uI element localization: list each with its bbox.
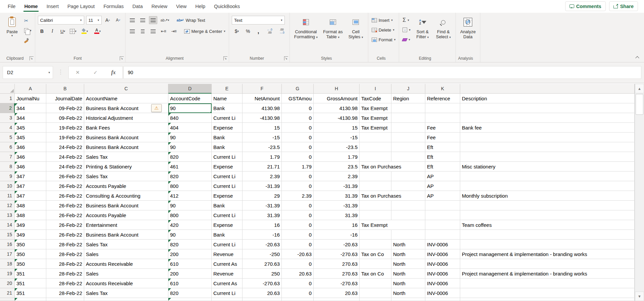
row-header-partial[interactable] [0,298,15,301]
cell-C19[interactable]: Sales [84,269,168,279]
cell-F15[interactable]: -16 [243,230,282,240]
cell-B18[interactable]: 28-Feb-22 [46,259,84,269]
cell-L[interactable] [460,298,635,301]
cell-G15[interactable]: 0 [282,230,314,240]
cell-H21[interactable]: 20.63 [314,288,360,298]
cell-D18[interactable]: 610 [168,259,212,269]
fill-color-button[interactable]: ▾ [79,27,90,35]
row-header-15[interactable]: 15 [0,230,15,240]
insert-function-button[interactable]: fx [111,69,115,76]
cell-L15[interactable] [460,230,635,240]
cell-B7[interactable]: 24-Feb-22 [46,152,84,162]
cell-E16[interactable]: Current Li [212,240,243,249]
paste-dropdown-chevron[interactable]: ▾ [11,34,13,37]
cell-A15[interactable]: 349 [15,230,46,240]
col-header-f[interactable]: F [243,84,282,94]
cell-B5[interactable]: 19-Feb-22 [46,133,84,142]
cell-J4[interactable] [391,123,425,133]
insert-cells-button[interactable]: Insert▾ [371,16,396,24]
cell-F16[interactable]: -20.63 [243,240,282,249]
cell-E18[interactable]: Current As [212,259,243,269]
row-header-16[interactable]: 16 [0,240,15,249]
cell-L11[interactable]: Monthly subscription [460,191,635,201]
cell-D14[interactable]: 420 [168,220,212,230]
cell-H2[interactable]: 4130.98 [314,103,360,113]
cell-E6[interactable]: Bank [212,142,243,152]
cell-D8[interactable]: 461 [168,162,212,171]
col-header-e[interactable]: E [212,84,243,94]
cell-C5[interactable]: Business Bank Account [84,133,168,142]
cut-button[interactable]: ✂ [23,17,32,25]
cell-E17[interactable]: Revenue [212,249,243,259]
cell-K6[interactable]: Eft [425,142,460,152]
cell-C14[interactable]: Entertainment [84,220,168,230]
cell-K19[interactable]: INV-0006 [425,269,460,279]
cell-E[interactable] [212,298,243,301]
cell-D2[interactable]: 90 [168,103,212,113]
cell-A4[interactable]: 345 [15,123,46,133]
number-format-select[interactable]: Text▾ [232,16,285,24]
vertical-scrollbar[interactable]: ▲ ▼ [635,84,644,301]
cell-J1[interactable]: Region [391,94,425,103]
cell-G[interactable] [282,298,314,301]
cell-L17[interactable]: Project management & implementation - br… [460,249,635,259]
cell-F6[interactable]: -23.5 [243,142,282,152]
cell-F14[interactable]: 16 [243,220,282,230]
cell-B15[interactable]: 26-Feb-22 [46,230,84,240]
cell-D21[interactable]: 820 [168,288,212,298]
cell-G16[interactable]: 0 [282,240,314,249]
cell-G12[interactable]: 0 [282,201,314,210]
cell-C8[interactable]: Printing & Stationery [84,162,168,171]
cell-G18[interactable]: 0 [282,259,314,269]
cell-C9[interactable]: Sales Tax [84,171,168,181]
wrap-text-button[interactable]: ab↵ Wrap Text [176,16,206,24]
tab-formulas[interactable]: Formulas [99,0,128,13]
cell-K14[interactable] [425,220,460,230]
cell-L14[interactable]: Team coffees [460,220,635,230]
cell-C12[interactable]: Business Bank Account [84,201,168,210]
cell-G4[interactable]: 0 [282,123,314,133]
tab-insert[interactable]: Insert [42,0,63,13]
alignment-dialog-launcher[interactable]: ↘ [223,56,227,60]
cell-A21[interactable]: 351 [15,288,46,298]
cell-F17[interactable]: -250 [243,249,282,259]
collapse-ribbon-button[interactable] [635,55,639,59]
cell-I16[interactable] [360,240,391,249]
tab-page-layout[interactable]: Page Layout [63,0,99,13]
cell-styles-button[interactable]: Cell Styles ▾ [346,15,365,40]
cell-D5[interactable]: 90 [168,133,212,142]
scrollbar-thumb[interactable] [636,94,643,115]
cell-G19[interactable]: 20.63 [282,269,314,279]
cell-F2[interactable]: 4130.98 [243,103,282,113]
cell-J17[interactable]: North [391,249,425,259]
cell-B1[interactable]: JournalDate [46,94,84,103]
underline-button[interactable]: U▾ [59,27,67,35]
row-header-7[interactable]: 7 [0,152,15,162]
cell-J15[interactable] [391,230,425,240]
cell-A20[interactable]: 351 [15,279,46,288]
cell-E19[interactable]: Revenue [212,269,243,279]
col-header-a[interactable]: A [15,84,46,94]
cell-E13[interactable]: Current Li [212,210,243,220]
sort-filter-button[interactable]: AZ Sort & Filter ▾ [413,15,432,40]
top-align-button[interactable] [128,16,137,24]
cell-K12[interactable] [425,201,460,210]
increase-decimal-button[interactable]: ←.0.00 [265,27,275,35]
row-header-18[interactable]: 18 [0,259,15,269]
cell-D20[interactable]: 610 [168,279,212,288]
cell-L13[interactable] [460,210,635,220]
cell-I5[interactable] [360,133,391,142]
decrease-indent-button[interactable]: ⇤≡ [159,27,168,35]
cell-E4[interactable]: Expense [212,123,243,133]
cell-C10[interactable]: Accounts Payable [84,181,168,191]
cell-D12[interactable]: 90 [168,201,212,210]
cell-G9[interactable]: 0 [282,171,314,181]
cell-A10[interactable]: 347 [15,181,46,191]
cell-G6[interactable]: 0 [282,142,314,152]
cell-H8[interactable]: 23.5 [314,162,360,171]
bold-button[interactable]: B [38,27,46,35]
scroll-up-arrow[interactable]: ▲ [635,84,644,93]
cell-B19[interactable]: 28-Feb-22 [46,269,84,279]
share-button[interactable]: Share [609,1,638,11]
cell-B17[interactable]: 28-Feb-22 [46,249,84,259]
